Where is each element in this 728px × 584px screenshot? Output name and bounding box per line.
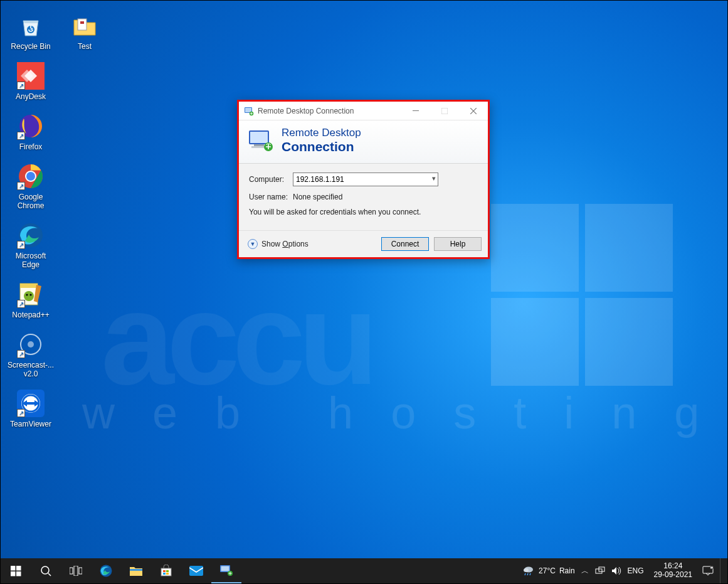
svg-rect-41 [163, 570, 166, 572]
taskbar-rdc[interactable] [211, 558, 241, 583]
banner-line1: Remote Desktop [282, 127, 361, 139]
desktop-icon-notepadpp[interactable]: ↗ Notepad++ [6, 280, 56, 319]
desktop-icon-label: Test [78, 42, 92, 51]
taskbar: 27°C Rain ︿ ENG 16:24 29-09-2021 1 [1, 558, 727, 583]
credentials-note: You will be asked for credentials when y… [249, 208, 478, 216]
notepadpp-icon: ↗ [17, 280, 45, 308]
computer-input[interactable] [293, 173, 438, 186]
rdc-banner-icon [248, 128, 273, 153]
desktop-icon-recycle-bin[interactable]: Recycle Bin [6, 12, 56, 51]
weather-cond: Rain [559, 566, 575, 575]
desktop-icon-teamviewer[interactable]: ↗ TeamViewer [6, 390, 56, 428]
username-label: User name: [249, 193, 293, 201]
desktop-icon-firefox[interactable]: ↗ Firefox [6, 112, 56, 151]
desktop-icon-label: Recycle Bin [11, 42, 50, 51]
dialog-banner: Remote Desktop Connection [239, 120, 488, 164]
svg-rect-44 [166, 573, 169, 575]
svg-rect-47 [221, 566, 229, 571]
desktop-icon-screencast[interactable]: ↗ Screencast-... v2.0 [6, 331, 56, 378]
svg-rect-32 [11, 571, 16, 576]
desktop-icon-column-2: Test [60, 12, 110, 62]
desktop-icon-anydesk[interactable]: ↗ AnyDesk [6, 62, 56, 101]
banner-line2: Connection [282, 139, 361, 154]
svg-rect-17 [26, 402, 35, 405]
svg-point-11 [29, 294, 31, 295]
dialog-titlebar[interactable]: Remote Desktop Connection [239, 102, 488, 120]
desktop-icon-label: AnyDesk [16, 92, 46, 101]
shortcut-arrow-icon: ↗ [17, 241, 25, 249]
help-button[interactable]: Help [434, 237, 482, 251]
search-button[interactable] [31, 558, 61, 583]
screencast-icon: ↗ [17, 331, 45, 358]
shortcut-arrow-icon: ↗ [17, 132, 25, 140]
svg-point-34 [41, 566, 49, 574]
svg-rect-39 [130, 569, 142, 571]
computer-label: Computer: [249, 175, 293, 184]
svg-rect-24 [441, 108, 448, 114]
desktop-icon-label: Firefox [19, 142, 43, 151]
desktop-icon-label: Microsoft Edge [6, 252, 56, 269]
chrome-icon: ↗ [17, 162, 45, 190]
firefox-icon: ↗ [17, 112, 45, 140]
shortcut-arrow-icon: ↗ [17, 82, 25, 90]
start-button[interactable] [1, 558, 31, 583]
svg-rect-35 [70, 568, 73, 574]
tray-time: 16:24 [654, 562, 692, 571]
show-options-label: Show Options [261, 240, 309, 248]
minimize-button[interactable] [401, 102, 430, 120]
svg-rect-42 [166, 570, 169, 572]
tray-volume-icon[interactable] [611, 566, 621, 575]
rdc-titlebar-icon [244, 106, 254, 116]
svg-rect-18 [78, 19, 87, 30]
svg-point-9 [24, 291, 34, 301]
svg-rect-30 [11, 566, 16, 571]
teamviewer-icon: ↗ [17, 390, 45, 417]
svg-point-13 [28, 341, 34, 348]
shortcut-arrow-icon: ↗ [17, 409, 25, 417]
taskbar-edge[interactable] [91, 558, 121, 583]
watermark-webhosting: web hosting [82, 387, 728, 438]
svg-rect-19 [80, 21, 84, 24]
system-tray: 27°C Rain ︿ ENG 16:24 29-09-2021 1 [519, 558, 727, 583]
edge-icon: ↗ [17, 221, 45, 249]
tray-weather[interactable]: 27°C Rain [522, 565, 575, 576]
svg-point-50 [524, 568, 529, 572]
desktop-icon-label: TeamViewer [10, 420, 51, 428]
close-button[interactable] [459, 102, 488, 120]
desktop-icon-label: Screencast-... v2.0 [6, 361, 56, 378]
tray-action-center-icon[interactable]: 1 [702, 566, 714, 576]
svg-rect-27 [254, 144, 264, 146]
svg-rect-21 [245, 108, 251, 112]
svg-rect-37 [79, 568, 82, 574]
svg-rect-26 [250, 132, 268, 143]
taskbar-explorer[interactable] [121, 558, 151, 583]
recycle-bin-icon [17, 12, 45, 40]
shortcut-arrow-icon: ↗ [17, 300, 25, 308]
connect-button[interactable]: Connect [381, 237, 429, 251]
svg-rect-45 [189, 566, 203, 576]
taskbar-mail[interactable] [181, 558, 211, 583]
taskbar-store[interactable] [151, 558, 181, 583]
svg-point-10 [26, 294, 28, 295]
wallpaper-windows-logo [491, 204, 679, 392]
shortcut-arrow-icon: ↗ [17, 350, 25, 358]
tray-language[interactable]: ENG [628, 566, 644, 575]
desktop-icon-test-folder[interactable]: Test [60, 12, 110, 51]
dialog-body: Computer: ▾ User name: None specified Yo… [239, 164, 488, 230]
show-desktop-sliver[interactable] [720, 558, 724, 583]
show-options-toggle[interactable]: ▼ Show Options [248, 239, 309, 249]
desktop-icon-label: Notepad++ [12, 311, 49, 319]
svg-point-5 [26, 172, 35, 181]
maximize-button [430, 102, 459, 120]
tray-network-icon[interactable] [595, 566, 605, 575]
svg-rect-33 [16, 571, 21, 576]
task-view-button[interactable] [61, 558, 91, 583]
desktop-icon-chrome[interactable]: ↗ Google Chrome [6, 162, 56, 210]
svg-rect-36 [74, 566, 78, 576]
tray-clock[interactable]: 16:24 29-09-2021 [650, 562, 696, 580]
desktop-icon-edge[interactable]: ↗ Microsoft Edge [6, 221, 56, 269]
anydesk-icon: ↗ [17, 62, 45, 90]
shortcut-arrow-icon: ↗ [17, 182, 25, 190]
tray-overflow-chevron[interactable]: ︿ [581, 566, 589, 576]
svg-rect-8 [20, 284, 38, 288]
